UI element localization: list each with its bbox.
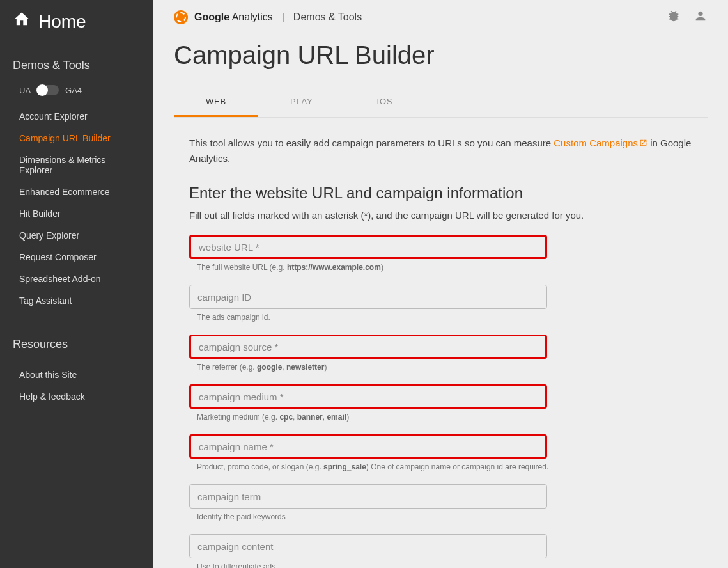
- nav-list: Account Explorer Campaign URL Builder Di…: [0, 100, 153, 317]
- campaign-name-hint: Product, promo code, or slogan (e.g. spr…: [189, 462, 692, 471]
- campaign-source-hint: The referrer (e.g. google, newsletter): [189, 363, 692, 372]
- home-link[interactable]: Home: [0, 0, 153, 43]
- campaign-content-hint: Use to differentiate ads: [189, 562, 692, 568]
- nav-enhanced-ecommerce[interactable]: Enhanced Ecommerce: [0, 181, 153, 203]
- ua-ga4-toggle-row: UA GA4: [0, 80, 153, 100]
- sidebar-section-resources: Resources: [0, 322, 153, 359]
- nav-query-explorer[interactable]: Query Explorer: [0, 225, 153, 246]
- nav-tag-assistant[interactable]: Tag Assistant: [0, 290, 153, 312]
- campaign-id-input[interactable]: [189, 285, 547, 309]
- brand-google: Google: [194, 12, 229, 22]
- nav-spreadsheet-addon[interactable]: Spreadsheet Add-on: [0, 268, 153, 290]
- bug-icon[interactable]: [667, 9, 681, 26]
- field-campaign-content: Use to differentiate ads: [174, 534, 708, 568]
- tab-play[interactable]: PLAY: [258, 88, 345, 117]
- sidebar: Home Demos & Tools UA GA4 Account Explor…: [0, 0, 153, 568]
- nav-account-explorer[interactable]: Account Explorer: [0, 106, 153, 127]
- nav-about[interactable]: About this Site: [0, 364, 153, 386]
- campaign-term-hint: Identify the paid keywords: [189, 512, 692, 521]
- tabs: WEB PLAY IOS: [174, 88, 708, 118]
- field-website-url: The full website URL (e.g. https://www.e…: [174, 235, 708, 272]
- brand-sub: Demos & Tools: [293, 12, 362, 23]
- toggle-label-ua: UA: [19, 86, 31, 95]
- field-campaign-source: The referrer (e.g. google, newsletter): [174, 335, 708, 372]
- field-campaign-name: Product, promo code, or slogan (e.g. spr…: [174, 434, 708, 471]
- field-campaign-medium: Marketing medium (e.g. cpc, banner, emai…: [174, 384, 708, 422]
- intro-pre: This tool allows you to easily add campa…: [189, 138, 554, 148]
- website-url-hint: The full website URL (e.g. https://www.e…: [189, 263, 692, 272]
- nav-campaign-url-builder[interactable]: Campaign URL Builder: [0, 127, 153, 149]
- nav-dimensions-metrics[interactable]: Dimensions & Metrics Explorer: [0, 149, 153, 181]
- toggle-knob: [36, 84, 48, 96]
- campaign-content-input[interactable]: [189, 534, 547, 558]
- main: Google Analytics | Demos & Tools Campaig…: [153, 0, 728, 568]
- tab-ios[interactable]: IOS: [345, 88, 425, 117]
- brand-separator: |: [282, 12, 284, 23]
- form-sub: Fill out all fields marked with an aster…: [174, 210, 708, 221]
- person-icon[interactable]: [693, 9, 708, 26]
- topbar: Google Analytics | Demos & Tools: [153, 0, 728, 35]
- campaign-term-input[interactable]: [189, 484, 547, 509]
- page-title: Campaign URL Builder: [174, 41, 708, 70]
- custom-campaigns-link[interactable]: Custom Campaigns: [554, 138, 647, 148]
- field-campaign-term: Identify the paid keywords: [174, 484, 708, 521]
- campaign-id-hint: The ads campaign id.: [189, 313, 692, 322]
- toggle-label-ga4: GA4: [65, 86, 82, 95]
- brand-logo-icon: [174, 10, 188, 24]
- intro-text: This tool allows you to easily add campa…: [174, 136, 708, 166]
- campaign-name-input[interactable]: [189, 434, 547, 459]
- website-url-input[interactable]: [189, 235, 547, 259]
- brand[interactable]: Google Analytics | Demos & Tools: [174, 10, 362, 24]
- campaign-medium-input[interactable]: [189, 384, 547, 409]
- nav-help[interactable]: Help & feedback: [0, 386, 153, 407]
- home-icon: [13, 10, 31, 33]
- nav-hit-builder[interactable]: Hit Builder: [0, 203, 153, 225]
- field-campaign-id: The ads campaign id.: [174, 285, 708, 322]
- external-link-icon: [639, 136, 647, 145]
- campaign-medium-hint: Marketing medium (e.g. cpc, banner, emai…: [189, 413, 692, 422]
- resources-list: About this Site Help & feedback: [0, 359, 153, 413]
- page-content: Campaign URL Builder WEB PLAY IOS This t…: [153, 35, 728, 568]
- nav-request-composer[interactable]: Request Composer: [0, 246, 153, 268]
- brand-text: Google Analytics: [194, 12, 273, 23]
- brand-analytics: Analytics: [229, 12, 273, 22]
- campaign-source-input[interactable]: [189, 335, 547, 359]
- ua-ga4-toggle[interactable]: [37, 85, 59, 95]
- sidebar-section-demos: Demos & Tools: [0, 43, 153, 80]
- home-label: Home: [38, 12, 86, 32]
- tab-web[interactable]: WEB: [174, 88, 258, 117]
- topbar-actions: [667, 9, 708, 26]
- form-heading: Enter the website URL and campaign infor…: [174, 184, 708, 202]
